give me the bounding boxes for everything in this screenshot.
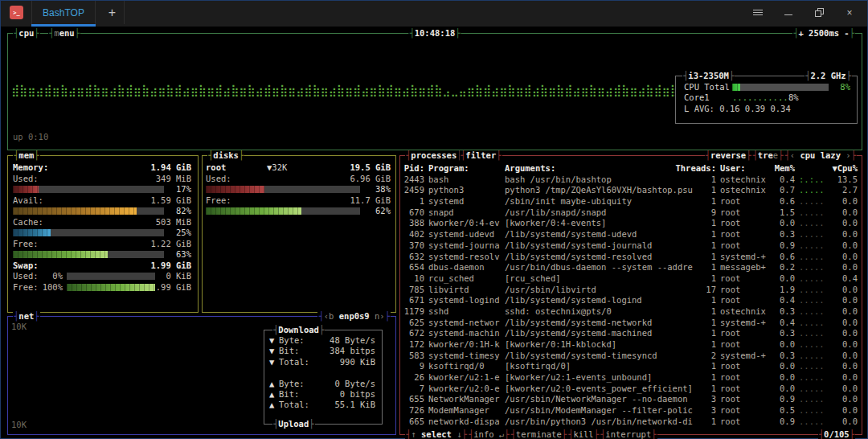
header-user[interactable]: User: <box>720 163 768 174</box>
new-tab-button[interactable]: + <box>100 1 125 24</box>
process-row[interactable]: 172 kworker/0:1H-k [kworker/0:1H-kblockd… <box>400 339 862 351</box>
filter-button[interactable]: filter <box>460 150 502 161</box>
process-threads: 1 <box>697 174 716 186</box>
process-row[interactable]: 785 libvirtd /usr/sbin/libvirtd 17 root … <box>400 285 862 296</box>
process-row[interactable]: 7 kworker/u2:0-e [kworker/u2:0-events_po… <box>400 384 862 395</box>
process-table-header: Pid: Program: Arguments: Threads: User: … <box>400 163 862 174</box>
header-cpu[interactable]: ▼Cpu% <box>833 163 858 174</box>
kill-button[interactable]: kill <box>567 429 600 439</box>
process-row[interactable]: 655 NetworkManager /usr/sbin/NetworkMana… <box>400 394 862 405</box>
process-mem-percent: 0.2 <box>772 262 795 273</box>
process-threads: 1 <box>697 295 716 306</box>
process-user: root <box>720 372 768 384</box>
reverse-button[interactable]: reverse <box>705 150 752 161</box>
menu-button[interactable]: menu <box>48 28 80 39</box>
process-pid: 402 <box>403 229 424 240</box>
restore-icon[interactable] <box>813 6 825 19</box>
process-row[interactable]: 672 systemd-machin /lib/systemd/systemd-… <box>400 328 862 339</box>
process-row[interactable]: 388 kworker/0:4-ev [kworker/0:4-events] … <box>400 218 862 229</box>
process-threads: 1 <box>697 240 716 252</box>
process-user: root <box>720 229 768 240</box>
process-pid: 10 <box>403 273 424 285</box>
process-row[interactable]: 632 systemd-resolv /lib/systemd/systemd-… <box>400 252 862 263</box>
process-row[interactable]: 583 systemd-timesy /lib/systemd/systemd-… <box>400 351 862 362</box>
process-rows: 2443 bash bash /usr/bin/bashtop 1 ostech… <box>400 174 862 428</box>
process-row[interactable]: 654 dbus-daemon /usr/bin/dbus-daemon --s… <box>400 262 862 273</box>
process-row[interactable]: 625 systemd-networ /lib/systemd/systemd-… <box>400 318 862 329</box>
net-interface-switcher[interactable]: ‹b enp0s9 n› <box>317 311 391 322</box>
process-row[interactable]: 670 snapd /usr/lib/snapd/snapd 9 root 1.… <box>400 207 862 219</box>
select-control[interactable]: ↑ select ↓ <box>405 429 468 439</box>
process-row[interactable]: 402 systemd-udevd /lib/systemd/systemd-u… <box>400 229 862 240</box>
tab-bashtop[interactable]: BashTOP <box>31 1 96 24</box>
process-pid: 670 <box>403 207 424 219</box>
net-scale-top: 10K <box>11 322 27 331</box>
process-row[interactable]: 26 kworker/u2:1-e [kworker/u2:1-events_u… <box>400 372 862 384</box>
sort-selector[interactable]: ‹ cpu lazy › <box>784 150 857 161</box>
process-row[interactable]: 2443 bash bash /usr/bin/bashtop 1 ostech… <box>400 174 862 186</box>
process-cpu-minigraph: :.:.. <box>799 174 829 186</box>
download-title: Download <box>272 325 325 335</box>
process-row[interactable]: 10 rcu_sched [rcu_sched] 1 root 0.0 ....… <box>400 273 862 285</box>
header-threads[interactable]: Threads: <box>697 163 716 174</box>
selected-count: 0/105 <box>818 429 855 439</box>
titlebar: >_ BashTOP + × <box>1 1 867 27</box>
process-row[interactable]: 9 ksoftirqd/0 [ksoftirqd/0] 1 root 0.0 .… <box>400 361 862 372</box>
process-arguments: /lib/systemd/systemd-timesyncd <box>505 351 693 362</box>
memory-free-bar-row: 63% <box>13 249 191 261</box>
refresh-interval-control[interactable]: + 2500ms - <box>792 28 855 39</box>
terminal-window: >_ BashTOP + × cpu menu 10:48:18 + 2500m… <box>0 0 868 439</box>
download-byte-row: ▼Byte:48 Byte/s <box>269 335 375 346</box>
process-mem-percent: 0.4 <box>772 318 795 329</box>
header-mem[interactable]: Mem% <box>772 163 795 174</box>
process-threads: 1 <box>697 416 716 428</box>
process-row[interactable]: 1179 sshd sshd: ostechnix@pts/0 1 ostech… <box>400 306 862 318</box>
process-mem-percent: 0.0 <box>772 273 795 285</box>
header-program[interactable]: Program: <box>428 163 501 174</box>
memory-avail-row: Avail:1.59 GiB <box>13 195 191 207</box>
interrupt-button[interactable]: interrupt <box>600 429 657 439</box>
info-button[interactable]: info ↵ <box>468 429 510 439</box>
process-threads: 3 <box>697 394 716 405</box>
process-pid: 726 <box>403 405 424 416</box>
process-pid: 2459 <box>403 185 424 196</box>
cpu-box: cpu menu 10:48:18 + 2500ms - ⣾⣷⣶⣴⣾⣶⣷⣴⣶⣾⣷… <box>7 33 862 150</box>
down-arrow-icon: ▼ <box>269 357 279 367</box>
close-icon[interactable]: × <box>843 6 856 19</box>
disk-free-bar-row: 62% <box>206 206 391 217</box>
process-row[interactable]: 1 systemd /sbin/init maybe-ubiquity 1 ro… <box>400 196 862 207</box>
process-row[interactable]: 726 ModemManager /usr/sbin/ModemManager … <box>400 405 862 416</box>
terminate-button[interactable]: terminate <box>510 429 568 439</box>
process-mem-percent: 0.9 <box>772 394 795 405</box>
process-row[interactable]: 671 systemd-logind /lib/systemd/systemd-… <box>400 295 862 306</box>
process-threads: 1 <box>697 306 716 318</box>
process-pid: 2443 <box>403 174 424 186</box>
disk-used-bar <box>206 186 360 193</box>
cpu-info-box: i3-2350M 2.2 GHz CPU Total 8% Core1 ....… <box>675 76 858 124</box>
header-arguments[interactable]: Arguments: <box>505 163 693 174</box>
process-program: systemd-machin <box>428 328 501 339</box>
header-pid[interactable]: Pid: <box>403 163 424 174</box>
memory-cache-bar-row: 25% <box>13 228 191 239</box>
process-cpu-percent: 0.0 <box>833 196 858 207</box>
process-arguments: /lib/systemd/systemd-networkd <box>505 318 693 329</box>
process-row[interactable]: 2459 python3 python3 /tmp/ZQeAsYl60VXH/b… <box>400 185 862 196</box>
process-sort-controls: reverse tree ‹ cpu lazy › <box>705 150 857 161</box>
tab-cpu[interactable]: cpu <box>13 28 40 39</box>
process-user: root <box>720 240 768 252</box>
process-mem-percent: 0.9 <box>772 416 795 428</box>
memory-cache-bar <box>13 229 164 236</box>
process-arguments: sshd: ostechnix@pts/0 <box>505 306 693 318</box>
process-arguments: [kworker/0:1H-kblockd] <box>505 339 693 351</box>
minimize-icon[interactable] <box>782 6 795 19</box>
processes-box: processes filter reverse tree ‹ cpu lazy… <box>399 155 862 435</box>
process-row[interactable]: 665 networkd-dispa /usr/bin/python3 /usr… <box>400 416 862 428</box>
hamburger-menu-icon[interactable] <box>751 6 764 19</box>
process-mem-percent: 0.4 <box>772 295 795 306</box>
terminal-icon: >_ <box>10 6 23 19</box>
process-pid: 655 <box>403 394 424 405</box>
process-row[interactable]: 370 systemd-journa /lib/systemd/systemd-… <box>400 240 862 252</box>
process-pid: 672 <box>403 328 424 339</box>
tree-button[interactable]: tree <box>752 150 784 161</box>
process-cpu-minigraph: ..... <box>799 328 829 339</box>
